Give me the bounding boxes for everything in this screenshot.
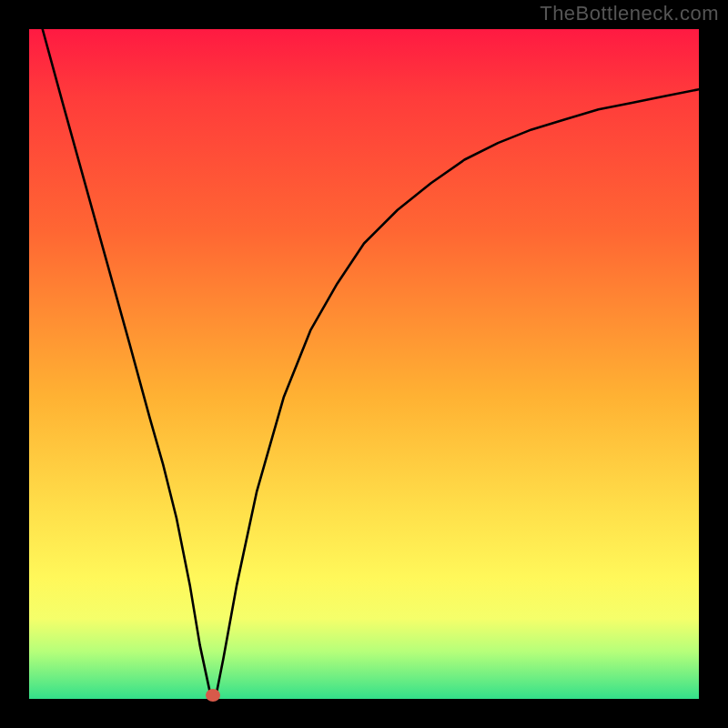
bottleneck-curve: [43, 29, 699, 695]
minimum-point-marker: [206, 689, 220, 702]
chart-frame: TheBottleneck.com: [0, 0, 728, 728]
watermark-text: TheBottleneck.com: [540, 2, 719, 25]
curve-svg: [29, 29, 699, 699]
